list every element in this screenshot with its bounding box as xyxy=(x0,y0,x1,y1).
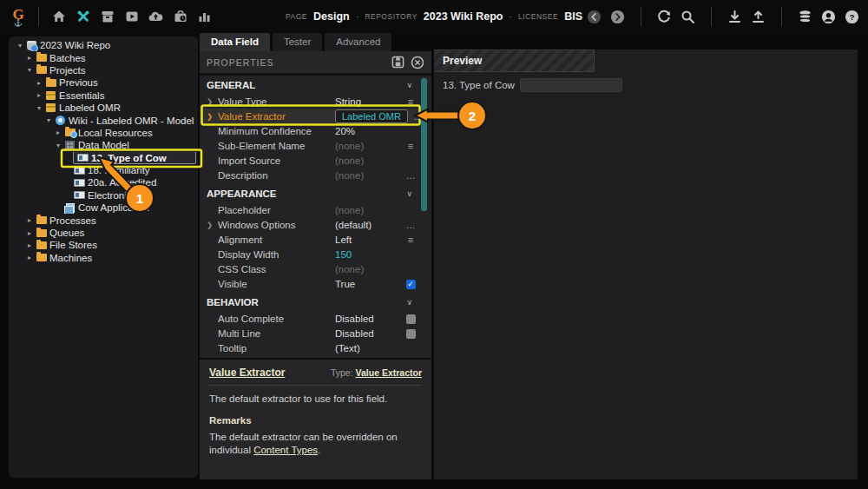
media-icon[interactable] xyxy=(124,10,139,24)
tree-item-label: Labeled OMR xyxy=(57,102,121,113)
dropdown-menu-icon[interactable]: ≡ xyxy=(400,235,421,245)
download-icon[interactable] xyxy=(727,10,742,24)
row-expander-icon[interactable]: ❯ xyxy=(207,112,218,121)
field-icon xyxy=(73,179,86,187)
tree-item-2023-wiki-repo[interactable]: ▾2023 Wiki Repo xyxy=(9,39,198,51)
search-icon[interactable] xyxy=(681,10,695,24)
tree-selection-box[interactable]: 13. Type of Cow xyxy=(73,152,196,164)
page-value[interactable]: Design xyxy=(313,10,350,23)
property-row-css-class[interactable]: CSS Class(none) xyxy=(200,261,421,276)
checkbox-checked[interactable]: ✓ xyxy=(406,280,416,289)
tree-expander-icon[interactable]: ▸ xyxy=(34,79,44,87)
tree-expander-icon[interactable]: ▸ xyxy=(34,91,44,99)
tree-item-18-familiarity[interactable]: 18. Familiarity xyxy=(9,164,198,176)
tree-expander-icon[interactable]: ▸ xyxy=(53,129,63,136)
property-row-display-width[interactable]: Display Width150 xyxy=(200,247,421,261)
tree-expander-icon[interactable]: ▸ xyxy=(24,254,35,261)
tree-item-13-type-of-cow[interactable]: 13. Type of Cow xyxy=(9,152,198,164)
property-group-behavior[interactable]: BEHAVIOR∨ xyxy=(200,293,421,311)
stats-icon[interactable] xyxy=(197,10,212,24)
close-icon[interactable] xyxy=(410,55,424,69)
ellipsis-button[interactable]: … xyxy=(400,170,421,181)
property-row-auto-complete[interactable]: Auto CompleteDisabled xyxy=(200,311,421,326)
tree-expander-icon[interactable]: ▸ xyxy=(24,241,35,249)
property-row-multi-line[interactable]: Multi LineDisabled xyxy=(200,326,421,340)
scrollbar-thumb[interactable] xyxy=(421,78,427,211)
property-row-minimum-confidence[interactable]: Minimum Confidence20% xyxy=(200,123,421,138)
tree-expander-icon[interactable]: ▾ xyxy=(24,66,35,74)
tree-expander-icon[interactable]: ▸ xyxy=(24,54,35,62)
property-row-import-source[interactable]: Import Source(none) xyxy=(200,153,421,168)
property-group-appearance[interactable]: APPEARANCE∨ xyxy=(200,184,421,202)
tree-item-wiki-labeled-omr-model[interactable]: ▾Wiki - Labeled OMR - Model xyxy=(9,114,198,126)
property-row-tooltip[interactable]: Tooltip(Text) xyxy=(200,340,421,355)
save-icon[interactable] xyxy=(391,55,405,69)
property-row-value-extractor[interactable]: ❯Value ExtractorLabeled OMR… xyxy=(200,109,421,123)
tab-tester[interactable]: Tester xyxy=(273,33,322,51)
tree-item-local-resources[interactable]: ▸Local Resources xyxy=(9,127,198,139)
property-row-windows-options[interactable]: ❯Windows Options(default)… xyxy=(200,217,421,232)
database-icon[interactable] xyxy=(798,10,812,24)
help-icon[interactable]: ? xyxy=(845,10,859,24)
tree-item-queues[interactable]: ▸Queues xyxy=(9,227,198,239)
tree-item-label: Local Resources xyxy=(76,128,153,138)
property-row-alignment[interactable]: AlignmentLeft≡ xyxy=(200,232,421,247)
tree-item-20a-accredited[interactable]: 20a. Accredited xyxy=(9,176,198,188)
property-group-general[interactable]: GENERAL∨ xyxy=(200,76,421,94)
batches-icon[interactable] xyxy=(100,10,115,24)
preview-field-input[interactable] xyxy=(520,78,622,92)
home-icon[interactable] xyxy=(51,10,66,24)
back-icon[interactable] xyxy=(587,10,602,24)
tree-expander-icon[interactable]: ▾ xyxy=(43,116,54,124)
property-row-sub-element-name[interactable]: Sub-Element Name(none)≡ xyxy=(200,138,421,153)
property-row-value-type[interactable]: ❯Value TypeString≡ xyxy=(200,94,421,109)
forward-icon[interactable] xyxy=(610,10,625,24)
ellipsis-button[interactable]: … xyxy=(400,220,421,230)
tree-item-processes[interactable]: ▸Processes xyxy=(9,214,198,226)
dropdown-menu-icon[interactable]: ≡ xyxy=(400,141,421,151)
tab-advanced[interactable]: Advanced xyxy=(325,33,391,51)
tree-expander-icon[interactable]: ▸ xyxy=(24,229,35,237)
jobs-icon[interactable] xyxy=(173,10,187,24)
tree-item-projects[interactable]: ▾Projects xyxy=(9,64,198,76)
property-row-description[interactable]: Description(none)… xyxy=(200,168,421,182)
property-label: Value Type xyxy=(218,96,335,107)
tree-item-file-stores[interactable]: ▸File Stores xyxy=(9,239,198,251)
content-types-link[interactable]: Content Types xyxy=(253,445,318,455)
grooper-logo[interactable]: G ⚓ xyxy=(5,7,31,27)
repository-value[interactable]: 2023 Wiki Repo xyxy=(424,10,503,23)
tree-item-previous[interactable]: ▸Previous xyxy=(9,76,198,89)
help-type-link[interactable]: Value Extractor xyxy=(356,367,422,378)
tree-item-cow-application[interactable]: Cow Application xyxy=(9,202,198,214)
tree-expander-icon[interactable]: ▾ xyxy=(34,104,44,112)
tree-item-essentials[interactable]: ▸Essentials xyxy=(9,89,198,102)
remarks-title: Remarks xyxy=(209,415,422,426)
tree-item-machines[interactable]: ▸Machines xyxy=(9,252,198,264)
licensee-value[interactable]: BIS xyxy=(564,10,582,23)
tree-item-batches[interactable]: ▸Batches xyxy=(9,51,198,63)
checkbox-unchecked[interactable] xyxy=(406,314,416,324)
tree-item-electronic-opti[interactable]: Electronic Opti xyxy=(9,189,198,202)
preview-header[interactable]: Preview xyxy=(434,50,595,72)
property-row-placeholder[interactable]: Placeholder(none) xyxy=(200,202,421,217)
tab-data-field[interactable]: Data Field xyxy=(200,33,270,51)
tree-item-data-model[interactable]: ▾Data Model xyxy=(9,139,198,151)
value-extractor-editor[interactable]: Labeled OMR xyxy=(335,109,408,123)
tree-expander-icon[interactable]: ▾ xyxy=(53,142,63,149)
upload-icon[interactable] xyxy=(751,10,766,24)
cloud-import-icon[interactable] xyxy=(148,10,163,24)
property-label: Sub-Element Name xyxy=(218,141,335,151)
checkbox-unchecked[interactable] xyxy=(406,329,416,339)
tree-expander-icon[interactable]: ▾ xyxy=(15,42,25,50)
properties-title: PROPERTIES xyxy=(207,57,386,68)
tree-expander-icon[interactable]: ▸ xyxy=(24,216,35,224)
row-expander-icon[interactable]: ❯ xyxy=(207,97,218,106)
design-tools-icon[interactable] xyxy=(76,10,90,24)
user-icon[interactable] xyxy=(821,10,836,24)
refresh-icon[interactable] xyxy=(657,10,672,24)
dropdown-menu-icon[interactable]: ≡ xyxy=(400,96,421,107)
property-row-visible[interactable]: VisibleTrue✓ xyxy=(200,276,421,291)
row-expander-icon[interactable]: ❯ xyxy=(207,221,218,229)
tree-item-labeled-omr[interactable]: ▾Labeled OMR xyxy=(9,102,198,114)
page-label: PAGE xyxy=(286,12,307,21)
